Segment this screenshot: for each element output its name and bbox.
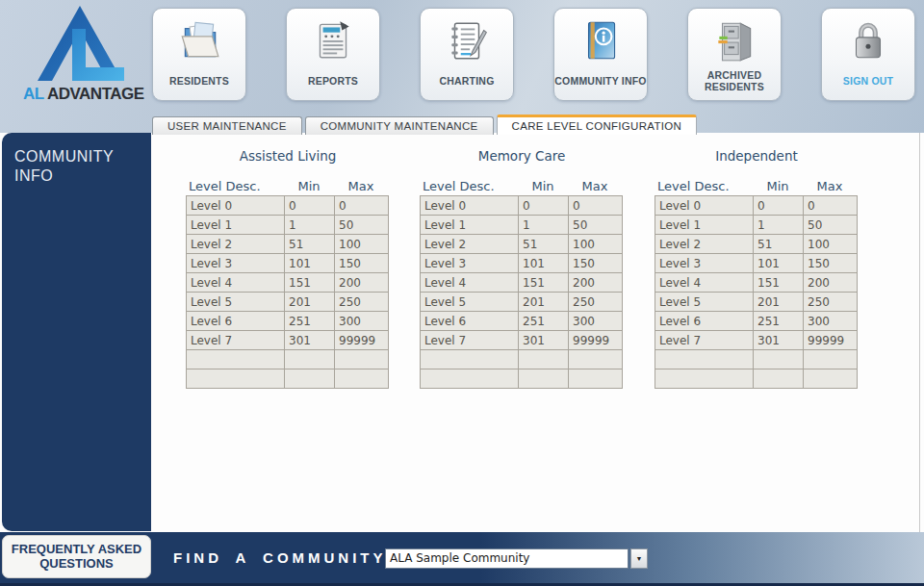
care-cell-desc[interactable]: Level 6 [655, 312, 754, 331]
care-cell-max[interactable]: 200 [804, 273, 858, 293]
care-cell-min[interactable] [754, 369, 804, 389]
care-cell-max[interactable]: 100 [569, 235, 623, 254]
care-cell-min[interactable]: 251 [519, 312, 569, 331]
care-cell-min[interactable] [754, 350, 804, 369]
care-cell-desc[interactable]: Level 7 [421, 331, 519, 350]
community-select-value[interactable]: ALA Sample Community [385, 548, 629, 569]
care-cell-min[interactable]: 301 [285, 331, 335, 350]
care-cell-max[interactable]: 50 [569, 216, 623, 235]
care-cell-desc[interactable]: Level 1 [187, 216, 285, 235]
care-cell-min[interactable]: 1 [754, 216, 804, 235]
care-cell-min[interactable]: 51 [285, 235, 335, 254]
care-cell-min[interactable] [519, 369, 569, 389]
care-cell-desc[interactable]: Level 3 [187, 254, 285, 273]
nav-community-info-button[interactable]: COMMUNITY INFO [553, 8, 648, 101]
care-cell-max[interactable] [569, 350, 623, 369]
care-cell-max[interactable]: 50 [804, 216, 858, 235]
care-cell-max[interactable]: 0 [804, 196, 858, 216]
care-cell-desc[interactable]: Level 7 [187, 331, 285, 350]
care-cell-min[interactable]: 201 [519, 293, 569, 312]
care-cell-max[interactable]: 250 [569, 293, 623, 312]
faq-button[interactable]: FREQUENTLY ASKED QUESTIONS [2, 535, 151, 578]
care-cell-min[interactable] [285, 369, 335, 389]
care-cell-desc[interactable]: Level 3 [421, 254, 519, 273]
care-cell-max[interactable]: 99999 [804, 331, 858, 350]
care-cell-desc[interactable]: Level 5 [655, 293, 754, 312]
care-cell-min[interactable]: 201 [754, 293, 804, 312]
care-cell-desc[interactable]: Level 6 [187, 312, 285, 331]
care-cell-min[interactable]: 101 [754, 254, 804, 273]
care-cell-desc[interactable]: Level 4 [421, 273, 519, 293]
care-cell-max[interactable]: 300 [335, 312, 389, 331]
care-cell-desc[interactable]: Level 0 [187, 196, 285, 216]
care-cell-max[interactable]: 50 [335, 216, 389, 235]
care-cell-max[interactable]: 300 [804, 312, 858, 331]
care-cell-desc[interactable]: Level 2 [187, 235, 285, 254]
care-cell-desc[interactable] [187, 350, 285, 369]
care-cell-max[interactable]: 99999 [569, 331, 623, 350]
care-cell-desc[interactable] [421, 369, 519, 389]
care-cell-desc[interactable] [655, 369, 754, 389]
care-cell-desc[interactable]: Level 4 [655, 273, 754, 293]
care-cell-desc[interactable]: Level 2 [655, 235, 754, 254]
care-cell-min[interactable]: 0 [754, 196, 804, 216]
care-cell-max[interactable]: 250 [335, 293, 389, 312]
care-cell-min[interactable]: 101 [285, 254, 335, 273]
care-cell-min[interactable]: 0 [519, 196, 569, 216]
community-combobox[interactable]: ALA Sample Community ▼ [385, 548, 648, 569]
care-cell-max[interactable]: 100 [335, 235, 389, 254]
care-cell-min[interactable]: 0 [285, 196, 335, 216]
nav-charting-button[interactable]: CHARTING [420, 8, 514, 101]
care-cell-desc[interactable]: Level 3 [655, 254, 754, 273]
combobox-arrow-button[interactable]: ▼ [630, 548, 648, 569]
care-cell-desc[interactable]: Level 1 [421, 216, 519, 235]
care-cell-max[interactable]: 200 [569, 273, 623, 293]
care-cell-max[interactable]: 99999 [335, 331, 389, 350]
nav-residents-button[interactable]: RESIDENTS [152, 8, 246, 101]
care-cell-desc[interactable]: Level 6 [421, 312, 519, 331]
care-cell-min[interactable]: 1 [519, 216, 569, 235]
care-cell-max[interactable]: 0 [569, 196, 623, 216]
care-cell-min[interactable]: 201 [285, 293, 335, 312]
care-cell-min[interactable]: 101 [519, 254, 569, 273]
nav-sign-out-button[interactable]: SIGN OUT [821, 8, 915, 101]
care-cell-min[interactable]: 151 [519, 273, 569, 293]
care-cell-desc[interactable]: Level 1 [655, 216, 754, 235]
tab-care-level-configuration[interactable]: CARE LEVEL CONFIGURATION [497, 115, 698, 135]
care-cell-desc[interactable]: Level 5 [421, 293, 519, 312]
care-cell-min[interactable]: 51 [519, 235, 569, 254]
care-cell-max[interactable] [804, 350, 858, 369]
care-cell-min[interactable]: 251 [285, 312, 335, 331]
care-cell-desc[interactable]: Level 0 [421, 196, 519, 216]
nav-reports-button[interactable]: REPORTS [286, 8, 380, 101]
tab-user-maintenance[interactable]: USER MAINTENANCE [152, 116, 302, 135]
care-cell-min[interactable]: 51 [754, 235, 804, 254]
care-cell-desc[interactable]: Level 2 [421, 235, 519, 254]
tab-community-maintenance[interactable]: COMMUNITY MAINTENANCE [305, 116, 494, 135]
care-cell-min[interactable]: 301 [754, 331, 804, 350]
care-cell-desc[interactable] [421, 350, 519, 369]
care-cell-min[interactable]: 301 [519, 331, 569, 350]
care-cell-min[interactable]: 151 [754, 273, 804, 293]
care-cell-min[interactable] [519, 350, 569, 369]
care-cell-min[interactable]: 1 [285, 216, 335, 235]
care-cell-desc[interactable]: Level 0 [655, 196, 754, 216]
care-cell-desc[interactable] [655, 350, 754, 369]
care-cell-min[interactable]: 251 [754, 312, 804, 331]
care-cell-max[interactable]: 150 [335, 254, 389, 273]
care-cell-desc[interactable] [187, 369, 285, 389]
nav-archived-residents-button[interactable]: ARCHIVED RESIDENTS [687, 8, 782, 101]
care-cell-max[interactable] [569, 369, 623, 389]
care-cell-max[interactable]: 200 [335, 273, 389, 293]
care-cell-max[interactable]: 0 [335, 196, 389, 216]
care-cell-max[interactable]: 150 [569, 254, 623, 273]
care-cell-min[interactable] [285, 350, 335, 369]
care-cell-max[interactable] [804, 369, 858, 389]
care-cell-max[interactable]: 100 [804, 235, 858, 254]
care-cell-max[interactable] [335, 350, 389, 369]
care-cell-desc[interactable]: Level 4 [187, 273, 285, 293]
care-cell-max[interactable]: 300 [569, 312, 623, 331]
care-cell-max[interactable]: 150 [804, 254, 858, 273]
care-cell-min[interactable]: 151 [285, 273, 335, 293]
care-cell-max[interactable] [335, 369, 389, 389]
